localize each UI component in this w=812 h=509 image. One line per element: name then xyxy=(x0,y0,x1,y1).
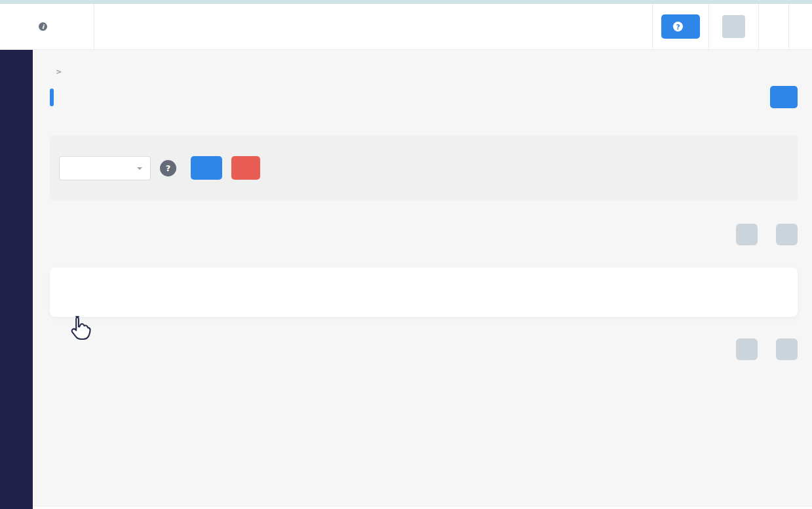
prev-page-button[interactable] xyxy=(736,338,758,360)
status-tabs xyxy=(58,249,798,268)
chevron-right-icon: > xyxy=(56,68,62,76)
prev-page-button[interactable] xyxy=(736,224,758,245)
main-content: > ? xyxy=(33,50,812,509)
footer-strip xyxy=(33,506,812,509)
breadcrumb: > xyxy=(50,50,798,76)
help-button[interactable]: ? xyxy=(661,14,700,39)
bulk-help-icon[interactable]: ? xyxy=(160,160,176,176)
bulk-status-controls: ? xyxy=(59,156,260,180)
page-title xyxy=(50,89,62,106)
caret-down-icon xyxy=(137,167,142,173)
store-code: i xyxy=(0,4,94,49)
title-row xyxy=(50,84,798,110)
orders-table xyxy=(50,268,798,317)
alter-button[interactable] xyxy=(191,156,222,180)
topbar: i ? xyxy=(0,4,812,50)
notifications-button[interactable] xyxy=(722,15,745,38)
client-area-button[interactable] xyxy=(759,4,788,49)
bulk-actions-panel: ? xyxy=(50,135,798,201)
delete-button[interactable] xyxy=(231,156,260,180)
divider xyxy=(652,4,653,49)
title-accent-bar xyxy=(50,89,54,106)
search-button[interactable] xyxy=(634,4,652,49)
table-header-row xyxy=(59,276,788,300)
next-page-button[interactable] xyxy=(776,224,798,245)
info-icon: i xyxy=(39,22,47,31)
filters-button[interactable] xyxy=(770,86,798,108)
next-page-button[interactable] xyxy=(776,338,798,360)
pagination-bottom xyxy=(50,338,798,360)
pagination-top xyxy=(50,224,798,245)
sidebar xyxy=(0,50,33,509)
question-circle-icon: ? xyxy=(673,22,683,31)
status-select[interactable] xyxy=(59,156,151,180)
divider xyxy=(708,4,709,49)
logout-button[interactable] xyxy=(789,4,812,49)
